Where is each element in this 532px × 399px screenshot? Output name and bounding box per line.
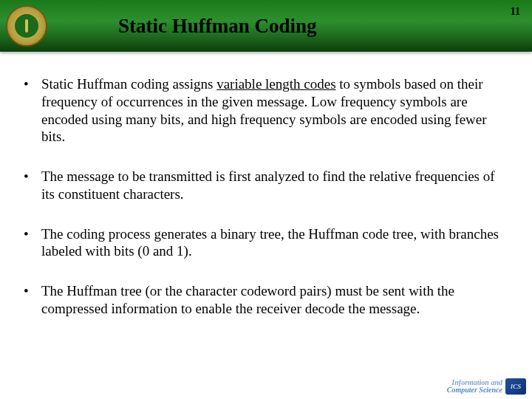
page-number: 11 — [511, 6, 520, 18]
university-logo — [6, 5, 47, 47]
bullet-list: • Static Huffman coding assigns variable… — [21, 75, 511, 318]
bullet-text: Static Huffman coding assigns variable l… — [41, 75, 511, 146]
list-item: • Static Huffman coding assigns variable… — [21, 75, 511, 146]
logo-outer-ring — [6, 5, 47, 47]
text-pre: The message to be transmitted is first a… — [41, 168, 495, 202]
department-text: Information and Computer Science — [447, 379, 502, 394]
slide-header: Static Huffman Coding 11 — [0, 0, 532, 52]
text-pre: Static Huffman coding assigns — [41, 76, 216, 92]
list-item: • The coding process generates a binary … — [21, 225, 511, 261]
bullet-text: The Huffman tree (or the character codew… — [41, 282, 511, 318]
bullet-text: The message to be transmitted is first a… — [41, 168, 511, 203]
bullet-icon: • — [21, 168, 41, 203]
bullet-text: The coding process generates a binary tr… — [41, 225, 511, 261]
dept-line2: Computer Science — [447, 386, 502, 394]
bullet-icon: • — [21, 75, 41, 146]
text-pre: The Huffman tree (or the character codew… — [41, 283, 454, 316]
logo-center-mark — [25, 19, 28, 33]
slide-title: Static Huffman Coding — [118, 15, 317, 38]
department-logo: Information and Computer Science ICS — [447, 378, 526, 395]
text-pre: The coding process generates a binary tr… — [41, 226, 499, 259]
slide-content: • Static Huffman coding assigns variable… — [0, 52, 532, 349]
bullet-icon: • — [21, 282, 41, 318]
list-item: • The Huffman tree (or the character cod… — [21, 282, 511, 318]
text-keyword: variable length codes — [216, 76, 335, 92]
ics-badge-icon: ICS — [505, 378, 526, 395]
logo-inner-circle — [15, 14, 38, 38]
bullet-icon: • — [21, 225, 41, 261]
list-item: • The message to be transmitted is first… — [21, 168, 511, 203]
